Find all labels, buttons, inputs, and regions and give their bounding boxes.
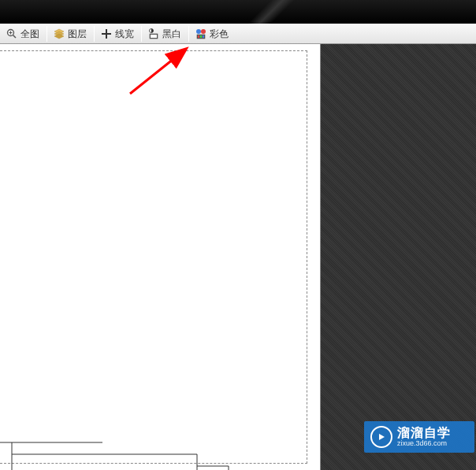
color-button[interactable]: 彩色 <box>191 25 234 43</box>
svg-line-1 <box>13 35 17 39</box>
layers-button[interactable]: 图层 <box>49 25 92 43</box>
title-bar <box>0 0 476 24</box>
watermark-sub-text: zixue.3d66.com <box>397 440 451 448</box>
toolbar-button-label: 线宽 <box>115 28 134 41</box>
layers-icon <box>53 28 65 40</box>
blackwhite-icon <box>147 28 160 40</box>
main-area <box>0 44 476 470</box>
separator <box>94 26 95 42</box>
toolbar-button-label: 图层 <box>68 28 87 41</box>
line-width-button[interactable]: 线宽 <box>96 25 139 43</box>
toolbar-button-label: 黑白 <box>162 28 181 41</box>
svg-point-9 <box>196 29 201 34</box>
canvas-area[interactable] <box>0 44 321 470</box>
svg-rect-8 <box>151 35 157 38</box>
watermark-main-text: 溜溜自学 <box>397 426 451 440</box>
line-width-icon <box>100 28 113 40</box>
svg-point-10 <box>201 29 206 34</box>
svg-marker-23 <box>379 434 385 440</box>
color-icon <box>195 28 207 40</box>
toolbar: 全图 图层 线宽 <box>0 24 476 44</box>
separator <box>141 26 142 42</box>
separator <box>46 26 47 42</box>
svg-rect-12 <box>198 35 199 38</box>
separator <box>188 26 189 42</box>
svg-rect-14 <box>203 35 204 38</box>
drawing-content <box>0 419 236 470</box>
svg-rect-13 <box>200 35 202 38</box>
zoom-all-icon <box>6 28 18 40</box>
watermark: 溜溜自学 zixue.3d66.com <box>364 421 474 453</box>
side-panel <box>321 44 476 470</box>
zoom-all-button[interactable]: 全图 <box>2 25 45 43</box>
watermark-text: 溜溜自学 zixue.3d66.com <box>397 426 451 447</box>
toolbar-button-label: 彩色 <box>210 28 229 41</box>
page-boundary <box>0 50 307 464</box>
blackwhite-button[interactable]: 黑白 <box>143 25 187 43</box>
toolbar-button-label: 全图 <box>20 28 39 41</box>
play-icon <box>370 426 392 448</box>
